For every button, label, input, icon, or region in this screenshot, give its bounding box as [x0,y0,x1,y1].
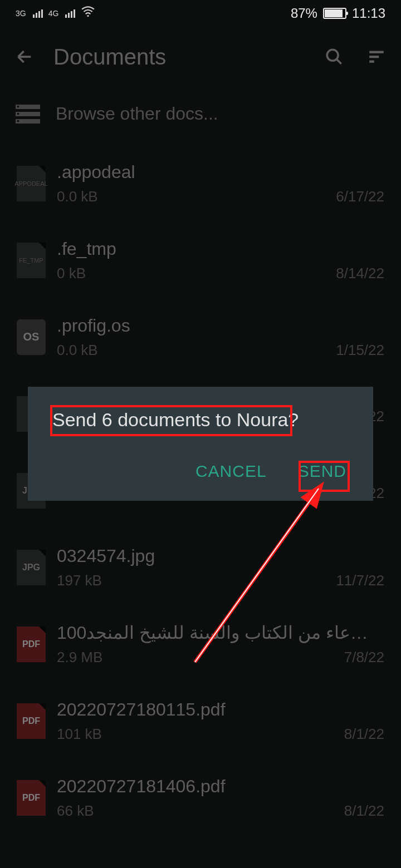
file-type-icon: PDF [17,780,46,816]
status-bar: 3G 4G 87% 11:13 [0,0,401,27]
file-size: 2.9 MB [57,649,102,666]
file-name: 100دعاء من الكتاب والسنة للشيخ المنجد.pd… [57,622,369,643]
battery-icon [323,8,346,19]
status-right: 87% 11:13 [291,6,385,21]
file-type-icon: FE_TMP [17,243,46,278]
page-title: Documents [53,45,305,70]
file-date: 11/7/22 [336,572,384,589]
file-name: 20220727181406.pdf [57,776,369,797]
file-meta: .appodeal0.0 kB6/17/22 [57,162,384,205]
file-subline: 0 kB8/14/22 [57,265,384,282]
back-button[interactable] [11,43,38,70]
clock: 11:13 [352,6,385,21]
file-row[interactable]: PDF100دعاء من الكتاب والسنة للشيخ المنجد… [0,606,401,683]
battery-percent: 87% [291,6,317,21]
file-date: 1/15/22 [336,342,384,359]
file-name: .profig.os [57,315,369,336]
file-row[interactable]: APPODEAL.appodeal0.0 kB6/17/22 [0,145,401,222]
file-meta: 20220727181406.pdf66 kB8/1/22 [57,776,384,820]
file-meta: 0324574.jpg197 kB11/7/22 [57,546,384,589]
file-name: .fe_tmp [57,239,369,259]
file-meta: 20220727180115.pdf101 kB8/1/22 [57,699,384,743]
send-confirmation-dialog: Send 6 documents to Noura? CANCEL SEND [28,387,373,501]
file-date: 8/1/22 [344,726,384,743]
file-meta: .fe_tmp0 kB8/14/22 [57,239,384,282]
file-type-icon: JPG [17,550,46,585]
file-row[interactable]: PDF20220727181406.pdf66 kB8/1/22 [0,760,401,836]
file-size: 0.0 kB [57,342,98,359]
file-meta: 100دعاء من الكتاب والسنة للشيخ المنجد.pd… [57,622,384,666]
file-name: .appodeal [57,162,369,183]
signal-2-icon [65,9,75,18]
file-subline: 66 kB8/1/22 [57,802,384,820]
file-name: 0324574.jpg [57,546,369,566]
file-row[interactable]: OS.profig.os0.0 kB1/15/22 [0,299,401,376]
file-subline: 2.9 MB7/8/22 [57,649,384,666]
file-size: 0.0 kB [57,188,98,205]
signal-1-label: 3G [16,9,26,18]
file-size: 66 kB [57,802,94,820]
file-size: 0 kB [57,265,86,282]
svg-point-0 [87,15,89,17]
browse-other-docs[interactable]: Browse other docs... [0,87,401,145]
file-name: 20220727180115.pdf [57,699,369,720]
app-bar: Documents [0,27,401,87]
file-subline: 101 kB8/1/22 [57,726,384,743]
file-subline: 197 kB11/7/22 [57,572,384,589]
svg-point-1 [327,50,338,61]
cancel-button[interactable]: CANCEL [193,457,269,485]
browse-label: Browse other docs... [56,103,218,124]
file-date: 7/8/22 [344,649,384,666]
file-type-icon: APPODEAL [17,166,46,201]
file-meta: .profig.os0.0 kB1/15/22 [57,315,384,359]
file-row[interactable]: FE_TMP.fe_tmp0 kB8/14/22 [0,222,401,299]
file-row[interactable]: JPG0324574.jpg197 kB11/7/22 [0,529,401,606]
file-subline: 0.0 kB1/15/22 [57,342,384,359]
file-type-icon: OS [17,319,46,355]
wifi-icon [81,4,95,22]
storage-icon [16,105,40,124]
file-date: 8/14/22 [336,265,384,282]
file-size: 101 kB [57,726,102,743]
search-button[interactable] [321,43,348,70]
send-button[interactable]: SEND [296,457,349,485]
file-subline: 0.0 kB6/17/22 [57,188,384,205]
signal-1-icon [33,9,43,18]
file-row[interactable]: PDF20220727180115.pdf101 kB8/1/22 [0,683,401,760]
dialog-title: Send 6 documents to Noura? [52,409,349,431]
file-size: 197 kB [57,572,102,589]
signal-2-label: 4G [48,9,59,18]
file-date: 8/1/22 [344,802,384,820]
status-left: 3G 4G [16,4,95,22]
file-type-icon: PDF [17,627,46,662]
sort-button[interactable] [363,43,390,70]
file-type-icon: PDF [17,703,46,739]
file-date: 6/17/22 [336,188,384,205]
